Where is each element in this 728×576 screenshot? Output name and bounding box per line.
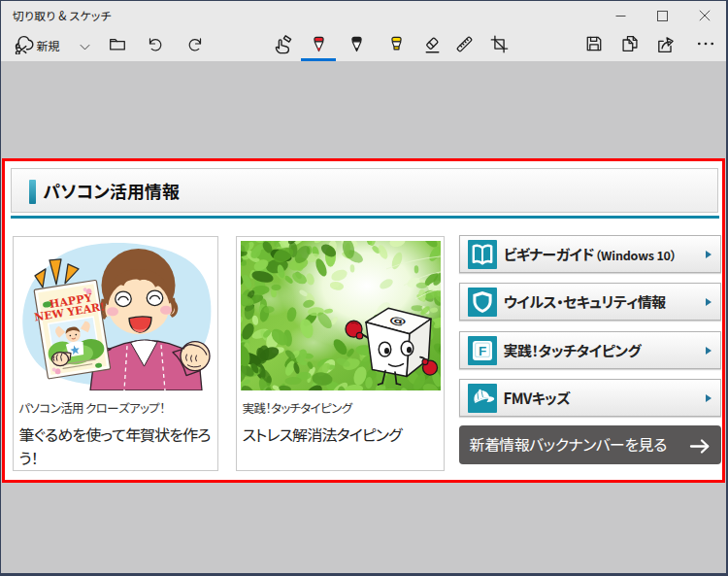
- pencil-icon: [347, 34, 367, 59]
- eraser-icon: [422, 34, 443, 59]
- right-triangle-icon: [706, 298, 711, 306]
- share-button[interactable]: [654, 31, 677, 61]
- maximize-icon: [657, 3, 668, 26]
- section-underline: [11, 216, 719, 219]
- svg-text:F: F: [479, 344, 486, 358]
- security-shield-icon: [468, 288, 497, 317]
- link-fmv-kids[interactable]: FMVキッズ: [459, 379, 721, 417]
- highlighter-icon: [386, 34, 407, 59]
- right-triangle-icon: [706, 347, 711, 355]
- link-virus-security[interactable]: ウイルス・セキュリティ情報: [459, 283, 721, 321]
- window-title: 切り取り & スケッチ: [13, 1, 112, 29]
- redo-icon: [186, 35, 205, 58]
- toolbar: 新規: [1, 28, 726, 61]
- more-options-button[interactable]: [695, 31, 717, 61]
- open-folder-icon: [108, 34, 127, 58]
- snip-sketch-window: 切り取り & スケッチ 新規 パソコン活用: [0, 0, 728, 576]
- section-title: パソコン活用情報: [44, 169, 180, 213]
- section-header: パソコン活用情報: [11, 168, 718, 213]
- new-snip-label[interactable]: 新規: [37, 31, 60, 61]
- minimize-icon: [615, 3, 626, 26]
- leaves-mascot-photo: @: [241, 241, 441, 390]
- eraser-button[interactable]: [422, 31, 444, 61]
- right-triangle-icon: [706, 394, 711, 402]
- link-beginner-guide[interactable]: ビギナーガイド（Windows 10）: [459, 235, 721, 273]
- card-image-typing: @: [241, 241, 441, 395]
- section-accent-bar: [29, 180, 36, 204]
- crop-button[interactable]: [489, 31, 511, 61]
- ruler-icon: [454, 34, 475, 59]
- highlighter-button[interactable]: [385, 31, 407, 61]
- ruler-button[interactable]: [454, 31, 476, 61]
- ballpoint-pen-icon: [309, 34, 329, 59]
- card-title[interactable]: 筆ぐるめを使って年賀状を作ろう！: [19, 424, 216, 469]
- touch-writing-icon: [273, 33, 294, 59]
- right-arrow-icon: [689, 436, 711, 459]
- titlebar[interactable]: 切り取り & スケッチ: [1, 1, 726, 28]
- undo-button[interactable]: [144, 31, 166, 61]
- link-label: ビギナーガイド: [504, 244, 595, 264]
- link-sublabel: （Windows 10）: [595, 246, 677, 264]
- link-touch-typing[interactable]: F 実践！タッチタイピング: [459, 331, 721, 369]
- article-card-typing[interactable]: @ 実践！タッチタイピング ストレス解消法タイピング: [236, 236, 445, 471]
- backnumber-label: 新着情報バックナンバーを見る: [470, 425, 667, 463]
- close-button[interactable]: [683, 1, 725, 28]
- link-label: ウイルス・セキュリティ情報: [504, 291, 666, 312]
- copy-icon: [620, 34, 640, 58]
- chevron-down-icon: [79, 35, 91, 58]
- close-icon: [699, 3, 711, 26]
- backnumber-button[interactable]: 新着情報バックナンバーを見る: [459, 425, 721, 464]
- kids-cap-icon: [468, 384, 497, 413]
- save-button[interactable]: [582, 31, 605, 61]
- link-label: 実践！タッチタイピング: [504, 340, 642, 360]
- right-triangle-icon: [706, 251, 711, 258]
- new-year-illustration: HAPPY NEW YEAR!: [17, 241, 214, 390]
- card-category: パソコン活用 クローズアップ！: [19, 398, 165, 417]
- save-icon: [584, 34, 604, 58]
- more-icon: [696, 34, 715, 58]
- link-label: FMVキッズ: [504, 388, 571, 408]
- pencil-button[interactable]: [346, 31, 367, 61]
- new-snip-dropdown[interactable]: [75, 31, 94, 61]
- new-snip-button[interactable]: [12, 31, 37, 61]
- f-key-icon: F: [468, 336, 497, 365]
- maximize-button[interactable]: [642, 1, 683, 28]
- minimize-button[interactable]: [600, 1, 642, 28]
- card-title[interactable]: ストレス解消法タイピング: [243, 424, 440, 447]
- card-image-newyear: HAPPY NEW YEAR!: [17, 241, 214, 395]
- snipped-screenshot: パソコン活用情報 HAPPY NEW YEAR! パソコン活用 クローズアップ！…: [2, 158, 725, 483]
- editing-canvas[interactable]: パソコン活用情報 HAPPY NEW YEAR! パソコン活用 クローズアップ！…: [1, 61, 726, 573]
- crop-icon: [489, 34, 510, 59]
- touch-writing-button[interactable]: [272, 31, 295, 61]
- undo-icon: [146, 35, 164, 58]
- redo-button[interactable]: [184, 31, 207, 61]
- new-snip-icon: [14, 33, 35, 59]
- share-icon: [655, 34, 676, 59]
- card-category: 実践！タッチタイピング: [243, 398, 352, 417]
- copy-button[interactable]: [619, 31, 642, 61]
- article-card-newyear[interactable]: HAPPY NEW YEAR! パソコン活用 クローズアップ！ 筆ぐるめを使って…: [13, 236, 219, 471]
- open-file-button[interactable]: [106, 31, 129, 61]
- ballpoint-pen-button[interactable]: [308, 31, 329, 61]
- guide-book-icon: [468, 240, 497, 269]
